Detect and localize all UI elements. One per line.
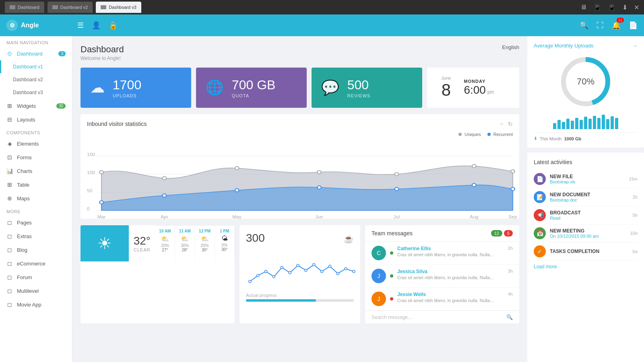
visitor-chart-area: 0 50 100 150 — [87, 140, 513, 212]
date-num: 8 — [442, 80, 451, 100]
quota-value: 700 GB — [232, 78, 276, 93]
stat-card-uploads: ☁ 1700 UPLOADS — [80, 68, 191, 108]
download-icon[interactable]: ⬇ — [622, 4, 627, 11]
message-search-bar[interactable]: 🔍 — [365, 311, 519, 323]
minimize-icon[interactable]: − — [500, 121, 503, 127]
activity-info-4: NEW MEETING On 10/12/2015 09:00 am — [550, 228, 626, 239]
browser-tab-2[interactable]: Dashboard v2 — [47, 2, 93, 13]
sidebar-item-pages[interactable]: ◻ Pages — [0, 216, 72, 229]
sidebar-item-movieapp[interactable]: ◻ Movie App — [0, 298, 72, 311]
sidebar-item-forum[interactable]: ◻ Forum — [0, 270, 72, 284]
svg-text:Jun: Jun — [315, 215, 323, 219]
search-input[interactable] — [372, 315, 506, 320]
sidebar-item-elements[interactable]: ◈ Elements — [0, 137, 72, 150]
hour-time-11am: 11 AM — [178, 229, 192, 233]
uploads-label: UPLOADS — [113, 93, 141, 98]
browser-tab-3[interactable]: Dashboard v3 — [96, 2, 141, 13]
coffee-icon: ☕ — [344, 234, 354, 244]
avg-arrow-icon[interactable]: → — [632, 43, 638, 49]
svg-text:Jul: Jul — [394, 215, 400, 219]
uniques-label: Uniques — [464, 132, 481, 137]
language-selector[interactable]: English — [502, 44, 519, 50]
activity-name-3: BROADCAST — [550, 210, 629, 216]
svg-point-18 — [317, 186, 321, 189]
sidebar-item-table[interactable]: ⊞ Table — [0, 178, 72, 191]
message-badges: 12 5 — [491, 230, 513, 237]
sidebar-item-extras[interactable]: ◻ Extras — [0, 229, 72, 243]
avg-uploads-card: Average Monthly Uploads → 70% ⬇ This Mon… — [527, 36, 644, 148]
phone-icon[interactable]: 📱 — [608, 4, 616, 11]
message-item-3[interactable]: J Jessie Wells Cras sit amet nibh libero… — [365, 288, 519, 311]
monitor-icon[interactable]: 🖥 — [580, 4, 587, 11]
browser-window-controls[interactable]: 🖥 📱 📱 ⬇ ✕ — [580, 4, 639, 11]
hour-icon-1pm: 🌤 — [217, 235, 232, 242]
msg-badge-green: 12 — [491, 230, 502, 237]
notification-bell[interactable]: 🔔 11 — [612, 21, 621, 30]
mini-bar — [615, 118, 618, 129]
fullscreen-icon[interactable]: ⛶ — [597, 21, 604, 30]
sidebar-item-layouts[interactable]: ⊟ Layouts — [0, 113, 72, 126]
sidebar-label-blog: Blog — [17, 247, 27, 253]
sidebar-item-widgets[interactable]: ⊞ Widgets 30 — [0, 99, 72, 113]
weather-sun-icon: ☀ — [80, 225, 129, 261]
reviews-label: REVIEWS — [347, 93, 371, 98]
activity-time-5: 1w — [632, 249, 638, 254]
sidebar-label-dashboard-v2: Dashboard v2 — [13, 77, 43, 82]
reviews-info: 500 REVIEWS — [347, 78, 371, 98]
sidebar-item-dashboard-v3[interactable]: Dashboard v3 — [0, 86, 72, 99]
activity-name-1: NEW FILE — [550, 174, 625, 179]
msg-info-catherine: Catherine Ellis Cras sit amet nibh liber… — [397, 246, 504, 257]
logo-text: Angle — [21, 22, 39, 29]
activity-info-2: NEW DOCUMENT Bootstrap.doc — [550, 192, 629, 202]
sidebar-item-charts[interactable]: 📊 Charts — [0, 164, 72, 178]
stat-card-quota: 🌐 700 GB QUOTA — [196, 68, 307, 108]
search-submit-icon[interactable]: 🔍 — [506, 314, 513, 320]
load-more-link[interactable]: Load more — [534, 264, 638, 269]
hamburger-icon[interactable]: ☰ — [77, 21, 84, 30]
sidebar-label-pages: Pages — [17, 220, 32, 226]
more-section-label: More — [0, 205, 72, 216]
mini-bar — [575, 118, 578, 129]
sidebar-label-elements: Elements — [17, 141, 39, 147]
quota-info: 700 GB QUOTA — [232, 78, 276, 98]
sidebar-item-maps[interactable]: ⊛ Maps — [0, 191, 72, 205]
upload-footer-value: 1000 Gb — [564, 136, 581, 141]
sidebar-item-multilevel[interactable]: ◻ Multilevel — [0, 284, 72, 298]
reviews-icon: 💬 — [321, 79, 339, 96]
stat-card-time: June 8 MONDAY 6:00 pm — [427, 68, 519, 108]
lock-icon[interactable]: 🔒 — [109, 21, 118, 30]
activity-item-4: 📅 NEW MEETING On 10/12/2015 09:00 am 15h — [534, 224, 638, 243]
message-item-1[interactable]: C Catherine Ellis Cras sit amet nibh lib… — [365, 242, 519, 265]
user-icon[interactable]: 👤 — [92, 21, 101, 30]
notification-count: 11 — [617, 18, 624, 23]
msg-badge-red: 5 — [504, 230, 513, 237]
sidebar-label-dashboard-v3: Dashboard v3 — [13, 90, 43, 95]
sidebar-item-dashboard[interactable]: ⊙ Dashboard 3 — [0, 47, 72, 60]
refresh-icon[interactable]: ↻ — [508, 121, 513, 127]
avatar-jessie: J — [372, 292, 386, 306]
sidebar-item-dashboard-v2[interactable]: Dashboard v2 — [0, 73, 72, 86]
close-icon[interactable]: ✕ — [634, 4, 639, 11]
sidebar-item-dashboard-v1[interactable]: Dashboard v1 — [0, 60, 72, 73]
browser-tab-1[interactable]: Dashboard — [5, 2, 44, 13]
header-icons: ☰ 👤 🔒 — [77, 21, 118, 30]
avatar-jessica: J — [372, 269, 386, 283]
svg-text:Apr: Apr — [161, 215, 168, 219]
sidebar-item-forms[interactable]: ⊡ Forms — [0, 150, 72, 164]
hour-pct-12pm: 20% — [197, 243, 212, 248]
tab-label-3: Dashboard v3 — [109, 5, 136, 10]
svg-point-39 — [328, 265, 331, 267]
search-icon[interactable]: 🔍 — [580, 21, 588, 30]
status-dot-catherine — [390, 251, 393, 255]
sidebar-item-ecommerce[interactable]: ◻ eCommerce — [0, 257, 72, 270]
sidebar-item-blog[interactable]: ◻ Blog — [0, 243, 72, 257]
svg-point-17 — [235, 189, 239, 192]
message-item-2[interactable]: J Jessica Silva Cras sit amet nibh liber… — [365, 265, 519, 288]
activity-info-3: BROADCAST Read — [550, 210, 629, 220]
tablet-icon[interactable]: 📱 — [593, 4, 601, 11]
tab-icon-3 — [101, 5, 106, 9]
svg-point-19 — [395, 187, 399, 191]
file-icon[interactable]: 📄 — [629, 21, 638, 30]
bottom-row: ☀ 32° CLEAR 10 AM ⛅ 20% 27° 11 AM — [80, 225, 519, 323]
day-label: MONDAY — [464, 79, 494, 84]
